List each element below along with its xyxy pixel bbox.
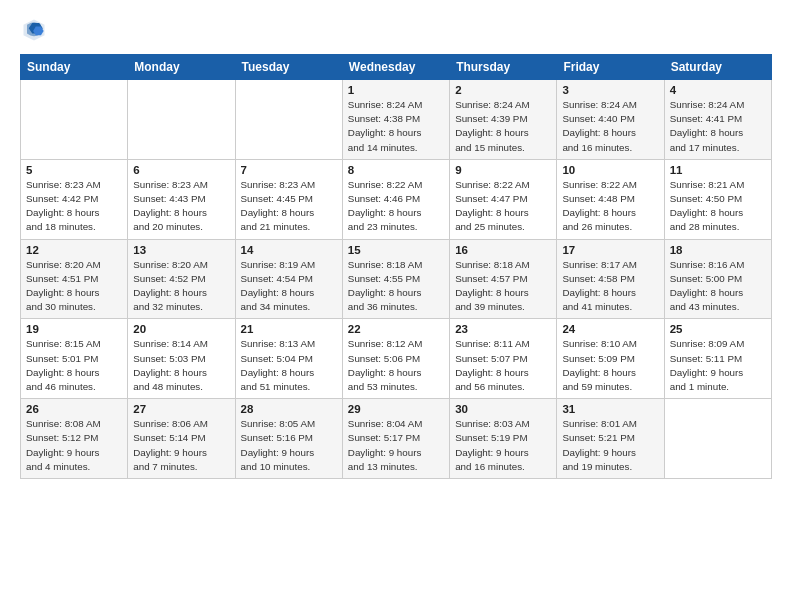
calendar-cell [21, 80, 128, 160]
day-number: 16 [455, 244, 551, 256]
calendar-cell: 13Sunrise: 8:20 AM Sunset: 4:52 PM Dayli… [128, 239, 235, 319]
calendar-cell: 23Sunrise: 8:11 AM Sunset: 5:07 PM Dayli… [450, 319, 557, 399]
calendar-cell: 27Sunrise: 8:06 AM Sunset: 5:14 PM Dayli… [128, 399, 235, 479]
weekday-header-row: SundayMondayTuesdayWednesdayThursdayFrid… [21, 55, 772, 80]
day-info: Sunrise: 8:23 AM Sunset: 4:43 PM Dayligh… [133, 178, 229, 235]
day-info: Sunrise: 8:19 AM Sunset: 4:54 PM Dayligh… [241, 258, 337, 315]
calendar-cell: 5Sunrise: 8:23 AM Sunset: 4:42 PM Daylig… [21, 159, 128, 239]
day-info: Sunrise: 8:20 AM Sunset: 4:52 PM Dayligh… [133, 258, 229, 315]
calendar-week-row: 12Sunrise: 8:20 AM Sunset: 4:51 PM Dayli… [21, 239, 772, 319]
calendar-cell: 20Sunrise: 8:14 AM Sunset: 5:03 PM Dayli… [128, 319, 235, 399]
day-info: Sunrise: 8:21 AM Sunset: 4:50 PM Dayligh… [670, 178, 766, 235]
logo-icon [20, 16, 48, 44]
calendar-cell: 30Sunrise: 8:03 AM Sunset: 5:19 PM Dayli… [450, 399, 557, 479]
day-number: 26 [26, 403, 122, 415]
day-number: 17 [562, 244, 658, 256]
weekday-header-friday: Friday [557, 55, 664, 80]
logo [20, 16, 52, 44]
day-info: Sunrise: 8:14 AM Sunset: 5:03 PM Dayligh… [133, 337, 229, 394]
page: SundayMondayTuesdayWednesdayThursdayFrid… [0, 0, 792, 612]
calendar-week-row: 5Sunrise: 8:23 AM Sunset: 4:42 PM Daylig… [21, 159, 772, 239]
day-number: 3 [562, 84, 658, 96]
day-info: Sunrise: 8:24 AM Sunset: 4:39 PM Dayligh… [455, 98, 551, 155]
day-number: 21 [241, 323, 337, 335]
day-info: Sunrise: 8:18 AM Sunset: 4:57 PM Dayligh… [455, 258, 551, 315]
day-number: 5 [26, 164, 122, 176]
day-number: 7 [241, 164, 337, 176]
day-number: 6 [133, 164, 229, 176]
day-number: 10 [562, 164, 658, 176]
day-number: 29 [348, 403, 444, 415]
calendar-body: 1Sunrise: 8:24 AM Sunset: 4:38 PM Daylig… [21, 80, 772, 479]
day-info: Sunrise: 8:03 AM Sunset: 5:19 PM Dayligh… [455, 417, 551, 474]
calendar-cell [128, 80, 235, 160]
day-number: 18 [670, 244, 766, 256]
day-number: 13 [133, 244, 229, 256]
day-number: 28 [241, 403, 337, 415]
calendar-week-row: 26Sunrise: 8:08 AM Sunset: 5:12 PM Dayli… [21, 399, 772, 479]
day-info: Sunrise: 8:18 AM Sunset: 4:55 PM Dayligh… [348, 258, 444, 315]
day-info: Sunrise: 8:22 AM Sunset: 4:48 PM Dayligh… [562, 178, 658, 235]
calendar-cell: 10Sunrise: 8:22 AM Sunset: 4:48 PM Dayli… [557, 159, 664, 239]
day-number: 1 [348, 84, 444, 96]
calendar-cell: 25Sunrise: 8:09 AM Sunset: 5:11 PM Dayli… [664, 319, 771, 399]
day-number: 31 [562, 403, 658, 415]
day-info: Sunrise: 8:23 AM Sunset: 4:45 PM Dayligh… [241, 178, 337, 235]
day-number: 20 [133, 323, 229, 335]
calendar-week-row: 1Sunrise: 8:24 AM Sunset: 4:38 PM Daylig… [21, 80, 772, 160]
calendar-cell [235, 80, 342, 160]
calendar-cell: 26Sunrise: 8:08 AM Sunset: 5:12 PM Dayli… [21, 399, 128, 479]
day-info: Sunrise: 8:06 AM Sunset: 5:14 PM Dayligh… [133, 417, 229, 474]
day-number: 24 [562, 323, 658, 335]
day-info: Sunrise: 8:01 AM Sunset: 5:21 PM Dayligh… [562, 417, 658, 474]
day-info: Sunrise: 8:24 AM Sunset: 4:40 PM Dayligh… [562, 98, 658, 155]
calendar-cell [664, 399, 771, 479]
day-info: Sunrise: 8:08 AM Sunset: 5:12 PM Dayligh… [26, 417, 122, 474]
calendar-header: SundayMondayTuesdayWednesdayThursdayFrid… [21, 55, 772, 80]
day-number: 9 [455, 164, 551, 176]
calendar-cell: 22Sunrise: 8:12 AM Sunset: 5:06 PM Dayli… [342, 319, 449, 399]
day-info: Sunrise: 8:12 AM Sunset: 5:06 PM Dayligh… [348, 337, 444, 394]
calendar-cell: 24Sunrise: 8:10 AM Sunset: 5:09 PM Dayli… [557, 319, 664, 399]
calendar-table: SundayMondayTuesdayWednesdayThursdayFrid… [20, 54, 772, 479]
day-info: Sunrise: 8:13 AM Sunset: 5:04 PM Dayligh… [241, 337, 337, 394]
calendar-cell: 21Sunrise: 8:13 AM Sunset: 5:04 PM Dayli… [235, 319, 342, 399]
calendar-cell: 31Sunrise: 8:01 AM Sunset: 5:21 PM Dayli… [557, 399, 664, 479]
day-info: Sunrise: 8:23 AM Sunset: 4:42 PM Dayligh… [26, 178, 122, 235]
day-number: 23 [455, 323, 551, 335]
day-number: 8 [348, 164, 444, 176]
calendar-cell: 6Sunrise: 8:23 AM Sunset: 4:43 PM Daylig… [128, 159, 235, 239]
day-number: 15 [348, 244, 444, 256]
day-info: Sunrise: 8:04 AM Sunset: 5:17 PM Dayligh… [348, 417, 444, 474]
day-number: 4 [670, 84, 766, 96]
calendar-cell: 7Sunrise: 8:23 AM Sunset: 4:45 PM Daylig… [235, 159, 342, 239]
calendar-cell: 28Sunrise: 8:05 AM Sunset: 5:16 PM Dayli… [235, 399, 342, 479]
calendar-cell: 19Sunrise: 8:15 AM Sunset: 5:01 PM Dayli… [21, 319, 128, 399]
day-info: Sunrise: 8:24 AM Sunset: 4:38 PM Dayligh… [348, 98, 444, 155]
day-info: Sunrise: 8:24 AM Sunset: 4:41 PM Dayligh… [670, 98, 766, 155]
weekday-header-wednesday: Wednesday [342, 55, 449, 80]
day-number: 12 [26, 244, 122, 256]
day-number: 14 [241, 244, 337, 256]
calendar-cell: 29Sunrise: 8:04 AM Sunset: 5:17 PM Dayli… [342, 399, 449, 479]
calendar-cell: 1Sunrise: 8:24 AM Sunset: 4:38 PM Daylig… [342, 80, 449, 160]
calendar-cell: 16Sunrise: 8:18 AM Sunset: 4:57 PM Dayli… [450, 239, 557, 319]
day-info: Sunrise: 8:10 AM Sunset: 5:09 PM Dayligh… [562, 337, 658, 394]
calendar-cell: 17Sunrise: 8:17 AM Sunset: 4:58 PM Dayli… [557, 239, 664, 319]
weekday-header-thursday: Thursday [450, 55, 557, 80]
day-info: Sunrise: 8:20 AM Sunset: 4:51 PM Dayligh… [26, 258, 122, 315]
calendar-cell: 4Sunrise: 8:24 AM Sunset: 4:41 PM Daylig… [664, 80, 771, 160]
calendar-cell: 2Sunrise: 8:24 AM Sunset: 4:39 PM Daylig… [450, 80, 557, 160]
calendar-cell: 8Sunrise: 8:22 AM Sunset: 4:46 PM Daylig… [342, 159, 449, 239]
day-info: Sunrise: 8:16 AM Sunset: 5:00 PM Dayligh… [670, 258, 766, 315]
weekday-header-sunday: Sunday [21, 55, 128, 80]
day-info: Sunrise: 8:15 AM Sunset: 5:01 PM Dayligh… [26, 337, 122, 394]
calendar-cell: 3Sunrise: 8:24 AM Sunset: 4:40 PM Daylig… [557, 80, 664, 160]
day-number: 2 [455, 84, 551, 96]
day-info: Sunrise: 8:22 AM Sunset: 4:47 PM Dayligh… [455, 178, 551, 235]
day-number: 22 [348, 323, 444, 335]
calendar-cell: 9Sunrise: 8:22 AM Sunset: 4:47 PM Daylig… [450, 159, 557, 239]
day-number: 19 [26, 323, 122, 335]
day-info: Sunrise: 8:22 AM Sunset: 4:46 PM Dayligh… [348, 178, 444, 235]
calendar-cell: 15Sunrise: 8:18 AM Sunset: 4:55 PM Dayli… [342, 239, 449, 319]
